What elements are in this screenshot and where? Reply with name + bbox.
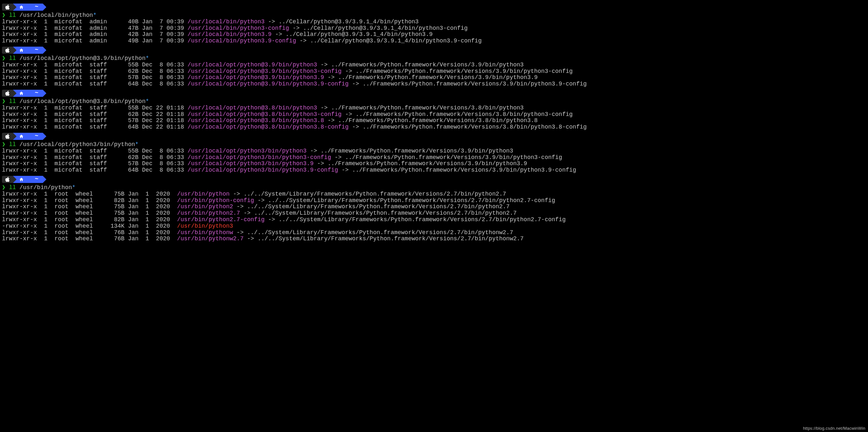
symlink-arrow-icon: -> <box>320 62 328 68</box>
command-name: ll <box>9 184 16 191</box>
symlink-arrow-icon: -> <box>300 38 307 44</box>
symlink-target: ../Frameworks/Python.framework/Versions/… <box>352 167 576 173</box>
symlink-arrow-icon: -> <box>293 25 300 31</box>
symlink-target: ../Frameworks/Python.framework/Versions/… <box>345 154 562 161</box>
symlink-arrow-icon: -> <box>243 210 251 216</box>
ls-output-line: lrwxr-xr-x 1 microfat staff 62B Dec 22 0… <box>2 111 866 118</box>
prompt-badge: ~ <box>2 175 866 183</box>
terminal-output[interactable]: ~❯ ll /usr/local/bin/python*lrwxr-xr-x 1… <box>0 0 868 245</box>
file-name: /usr/local/opt/python@3.8/bin/python3.8 <box>188 117 324 124</box>
file-name: /usr/local/opt/python@3.8/bin/python3-co… <box>188 111 342 118</box>
file-name: /usr/local/opt/python3/bin/python3.9 <box>188 160 314 167</box>
ls-output-line: lrwxr-xr-x 1 microfat admin 49B Jan 7 00… <box>2 38 866 44</box>
ls-output-line: lrwxr-xr-x 1 microfat staff 64B Dec 8 06… <box>2 167 866 174</box>
file-name: /usr/bin/python2.7 <box>177 210 240 216</box>
symlink-target: ../Cellar/python@3.9/3.9.1_4/bin/python3 <box>278 19 418 25</box>
ls-output-line: lrwxr-xr-x 1 microfat admin 40B Jan 7 00… <box>2 19 866 25</box>
ls-output-line: lrwxr-xr-x 1 root wheel 76B Jan 1 2020 /… <box>2 236 866 242</box>
file-name: /usr/local/bin/python3.9 <box>188 31 272 38</box>
glob-star: * <box>93 12 97 19</box>
command-block: ~❯ ll /usr/local/opt/python@3.9/bin/pyth… <box>2 46 866 88</box>
symlink-arrow-icon: -> <box>328 117 335 124</box>
ls-output-line: lrwxr-xr-x 1 root wheel 75B Jan 1 2020 /… <box>2 191 866 198</box>
command-block: ~❯ ll /usr/bin/python*lrwxr-xr-x 1 root … <box>2 175 866 242</box>
file-name: /usr/bin/pythonw2.7 <box>177 235 243 242</box>
prompt-line[interactable]: ❯ ll /usr/local/bin/python* <box>2 12 866 19</box>
symlink-target: ../../System/Library/Frameworks/Python.f… <box>247 229 513 236</box>
ls-output-line: lrwxr-xr-x 1 microfat staff 64B Dec 22 0… <box>2 124 866 131</box>
file-name: /usr/local/opt/python@3.8/bin/python3 <box>188 105 317 111</box>
symlink-target: ../../System/Library/Frameworks/Python.f… <box>258 235 524 242</box>
ls-output-line: -rwxr-xr-x 1 root wheel 134K Jan 1 2020 … <box>2 223 866 230</box>
prompt-line[interactable]: ❯ ll /usr/local/opt/python@3.8/bin/pytho… <box>2 98 866 105</box>
symlink-target: ../Frameworks/Python.framework/Versions/… <box>338 74 538 80</box>
prompt-line[interactable]: ❯ ll /usr/local/opt/python@3.9/bin/pytho… <box>2 55 866 62</box>
ls-output-line: lrwxr-xr-x 1 microfat staff 64B Dec 8 06… <box>2 81 866 88</box>
symlink-arrow-icon: -> <box>335 154 342 161</box>
glob-star: * <box>72 184 75 191</box>
prompt-line[interactable]: ❯ ll /usr/bin/python* <box>2 185 866 191</box>
symlink-arrow-icon: -> <box>258 197 265 204</box>
prompt-line[interactable]: ❯ ll /usr/local/opt/python3/bin/python* <box>2 141 866 148</box>
file-name: /usr/local/bin/python3.9-config <box>188 38 296 44</box>
prompt-chevron-icon: ❯ <box>2 141 5 148</box>
file-name: /usr/bin/python3 <box>177 223 233 229</box>
symlink-arrow-icon: -> <box>247 235 254 242</box>
apple-logo-icon <box>2 90 13 97</box>
symlink-arrow-icon: -> <box>317 160 324 167</box>
file-name: /usr/bin/python <box>177 191 229 197</box>
apple-logo-icon <box>2 4 13 11</box>
ls-output-line: lrwxr-xr-x 1 root wheel 82B Jan 1 2020 /… <box>2 217 866 223</box>
glob-star: * <box>146 55 149 62</box>
file-name: /usr/local/opt/python@3.9/bin/python3-co… <box>188 68 342 74</box>
apple-logo-icon <box>2 176 13 183</box>
symlink-arrow-icon: -> <box>275 31 282 38</box>
file-name: /usr/local/opt/python3/bin/python3-confi… <box>188 154 331 161</box>
symlink-target: ../../System/Library/Frameworks/Python.f… <box>278 216 566 223</box>
symlink-arrow-icon: -> <box>352 80 359 87</box>
apple-logo-icon <box>2 133 13 140</box>
symlink-arrow-icon: -> <box>345 111 352 118</box>
ls-output-line: lrwxr-xr-x 1 microfat staff 55B Dec 8 06… <box>2 62 866 68</box>
symlink-arrow-icon: -> <box>237 229 244 236</box>
ls-output-line: lrwxr-xr-x 1 microfat staff 57B Dec 8 06… <box>2 161 866 167</box>
file-name: /usr/bin/python2 <box>177 203 233 210</box>
symlink-target: ../Frameworks/Python.framework/Versions/… <box>355 111 573 118</box>
file-name: /usr/local/bin/python3 <box>188 19 265 25</box>
command-block: ~❯ ll /usr/local/opt/python3/bin/python*… <box>2 132 866 174</box>
file-name: /usr/local/opt/python@3.9/bin/python3.9-… <box>188 80 349 87</box>
ls-output-line: lrwxr-xr-x 1 microfat admin 42B Jan 7 00… <box>2 31 866 38</box>
command-name: ll <box>9 141 16 148</box>
file-name: /usr/local/opt/python@3.9/bin/python3 <box>188 62 317 68</box>
apple-logo-icon <box>2 46 13 54</box>
symlink-target: ../../System/Library/Frameworks/Python.f… <box>243 191 506 197</box>
symlink-arrow-icon: -> <box>342 167 349 173</box>
ls-output-line: lrwxr-xr-x 1 microfat staff 55B Dec 8 06… <box>2 148 866 155</box>
symlink-target: ../Frameworks/Python.framework/Versions/… <box>320 148 513 154</box>
prompt-chevron-icon: ❯ <box>2 184 5 191</box>
ls-output-line: lrwxr-xr-x 1 microfat staff 57B Dec 8 06… <box>2 74 866 81</box>
symlink-target: ../Frameworks/Python.framework/Versions/… <box>338 117 538 124</box>
symlink-arrow-icon: -> <box>237 203 244 210</box>
command-block: ~❯ ll /usr/local/bin/python*lrwxr-xr-x 1… <box>2 3 866 44</box>
file-name: /usr/local/opt/python3/bin/python3.9-con… <box>188 167 338 173</box>
symlink-arrow-icon: -> <box>310 148 317 154</box>
glob-star: * <box>146 98 149 105</box>
prompt-badge: ~ <box>2 132 866 140</box>
command-arg: /usr/local/bin/python <box>20 12 93 19</box>
symlink-arrow-icon: -> <box>345 68 352 74</box>
command-arg: /usr/bin/python <box>20 184 72 191</box>
symlink-target: ../Cellar/python@3.9/3.9.1_4/bin/python3… <box>285 31 433 38</box>
symlink-arrow-icon: -> <box>233 191 240 197</box>
ls-output-line: lrwxr-xr-x 1 root wheel 82B Jan 1 2020 /… <box>2 198 866 204</box>
ls-output-line: lrwxr-xr-x 1 microfat admin 47B Jan 7 00… <box>2 25 866 32</box>
symlink-target: ../Frameworks/Python.framework/Versions/… <box>363 80 587 87</box>
ls-output-line: lrwxr-xr-x 1 root wheel 75B Jan 1 2020 /… <box>2 210 866 217</box>
file-name: /usr/bin/python2.7-config <box>177 216 265 223</box>
file-name: /usr/local/opt/python3/bin/python3 <box>188 148 307 154</box>
prompt-badge: ~ <box>2 46 866 54</box>
command-arg: /usr/local/opt/python3/bin/python <box>20 141 135 148</box>
prompt-chevron-icon: ❯ <box>2 55 5 62</box>
symlink-arrow-icon: -> <box>268 19 275 25</box>
file-name: /usr/bin/python-config <box>177 197 254 204</box>
